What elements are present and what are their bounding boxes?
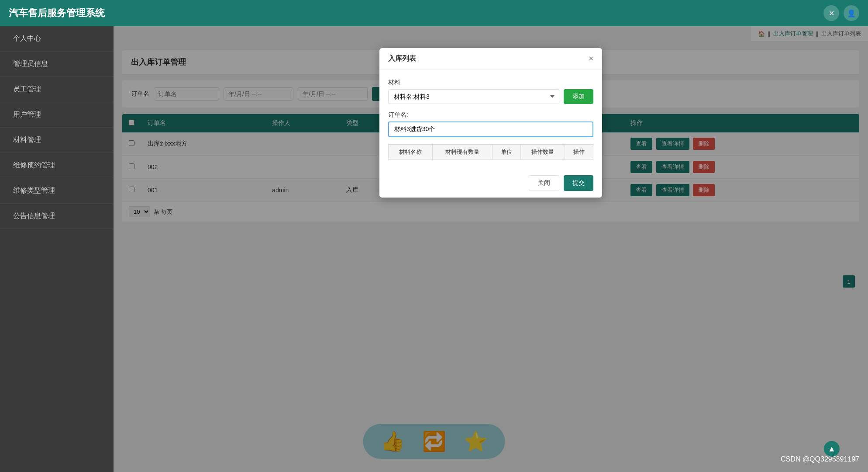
modal-close-button[interactable]: × xyxy=(589,54,593,63)
app-title: 汽车售后服务管理系统 xyxy=(9,7,105,20)
inner-col-actions: 操作 xyxy=(565,145,593,160)
material-label: 材料 xyxy=(388,79,593,87)
sidebar-item-repair-type[interactable]: 维修类型管理 xyxy=(0,178,114,204)
inner-col-name: 材料名称 xyxy=(389,145,433,160)
sidebar-item-user[interactable]: 用户管理 xyxy=(0,102,114,128)
content-area: 🏠 ‖ 出入库订单管理 ‖ 出入库订单列表 出入库订单管理 订单名 查询 入库 … xyxy=(114,26,868,472)
user-icon-btn[interactable]: 👤 xyxy=(844,5,859,21)
modal-overlay: 入库列表 × 材料 材料名:材料3 添加 xyxy=(114,26,868,472)
order-name-form-group: 订单名: xyxy=(388,111,593,137)
modal-close-footer-button[interactable]: 关闭 xyxy=(529,175,559,191)
order-name-modal-input[interactable] xyxy=(388,121,593,137)
sidebar-item-personal[interactable]: 个人中心 xyxy=(0,26,114,52)
modal-submit-button[interactable]: 提交 xyxy=(564,175,593,191)
modal-title: 入库列表 xyxy=(388,54,416,63)
modal-body: 材料 材料名:材料3 添加 订单名: xyxy=(379,70,602,169)
material-detail-table: 材料名称 材料现有数量 单位 操作数量 操作 xyxy=(388,144,593,160)
close-icon: ✕ xyxy=(829,9,834,17)
user-icon: 👤 xyxy=(847,9,856,17)
header-icons: ✕ 👤 xyxy=(823,5,859,21)
sidebar: 个人中心 管理员信息 员工管理 用户管理 材料管理 维修预约管理 维修类型管理 … xyxy=(0,26,114,472)
add-material-button[interactable]: 添加 xyxy=(564,89,593,104)
material-form-group: 材料 材料名:材料3 添加 xyxy=(388,79,593,104)
inner-col-op-qty: 操作数量 xyxy=(520,145,565,160)
order-name-modal-label: 订单名: xyxy=(388,111,593,119)
inner-col-qty: 材料现有数量 xyxy=(432,145,492,160)
watermark: CSDN @QQ3295391197 xyxy=(781,455,859,463)
inner-col-unit: 单位 xyxy=(492,145,520,160)
material-form-row: 材料名:材料3 添加 xyxy=(388,89,593,104)
sidebar-item-notice[interactable]: 公告信息管理 xyxy=(0,204,114,229)
sidebar-item-repair-appt[interactable]: 维修预约管理 xyxy=(0,153,114,178)
sidebar-item-material[interactable]: 材料管理 xyxy=(0,128,114,153)
scroll-up-button[interactable]: ▲ xyxy=(824,441,840,457)
material-select[interactable]: 材料名:材料3 xyxy=(388,89,559,104)
main-layout: 个人中心 管理员信息 员工管理 用户管理 材料管理 维修预约管理 维修类型管理 … xyxy=(0,26,868,472)
sidebar-item-employee[interactable]: 员工管理 xyxy=(0,77,114,102)
header: 汽车售后服务管理系统 ✕ 👤 xyxy=(0,0,868,26)
sidebar-item-admin-info[interactable]: 管理员信息 xyxy=(0,52,114,77)
modal-footer: 关闭 提交 xyxy=(379,169,602,198)
close-icon-btn[interactable]: ✕ xyxy=(823,5,839,21)
instock-modal: 入库列表 × 材料 材料名:材料3 添加 xyxy=(379,48,602,198)
modal-header: 入库列表 × xyxy=(379,48,602,70)
